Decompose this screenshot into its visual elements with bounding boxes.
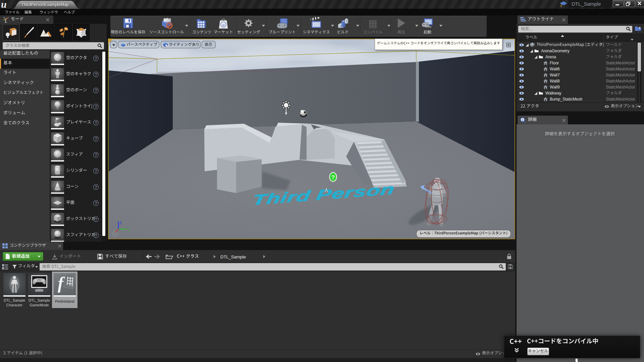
svg-text:?: ?	[95, 217, 97, 221]
svg-text:?: ?	[95, 169, 97, 173]
svg-text:?: ?	[95, 121, 97, 125]
svg-text:u: u	[222, 22, 225, 27]
svg-text:?: ?	[95, 105, 97, 109]
svg-text:Y: Y	[127, 228, 130, 232]
svg-text:?: ?	[95, 72, 97, 76]
svg-text:Z: Z	[119, 221, 122, 225]
svg-text:?: ?	[95, 201, 97, 205]
svg-text:?: ?	[95, 88, 97, 93]
svg-text:?: ?	[95, 153, 97, 157]
svg-text:?: ?	[114, 232, 116, 236]
svg-text:u: u	[1, 0, 7, 9]
svg-text:?: ?	[95, 56, 97, 60]
svg-text:?: ?	[95, 233, 97, 237]
svg-text:?: ?	[331, 174, 335, 181]
svg-text:?: ?	[95, 185, 97, 189]
svg-text:?: ?	[95, 137, 97, 141]
